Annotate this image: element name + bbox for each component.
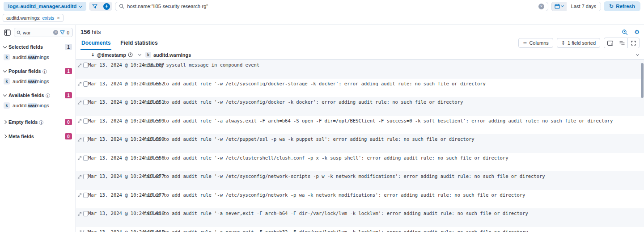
row-checkbox[interactable]: [83, 211, 88, 216]
inspect-icon[interactable]: [622, 29, 628, 35]
section-label: Available fields: [8, 93, 44, 98]
section-selected-fields[interactable]: Selected fields 1: [3, 42, 73, 52]
row-timestamp: Mar 13, 2024 @ 10:24:10.116: [88, 211, 144, 216]
field-search-input[interactable]: war × 0: [14, 28, 73, 37]
add-filter-button[interactable]: +: [101, 2, 112, 11]
field-item-auditd-warnings[interactable]: k auditd.warnings: [3, 52, 73, 66]
row-checkbox[interactable]: [83, 63, 88, 68]
row-timestamp: Mar 13, 2024 @ 10:24:10.115: [88, 229, 144, 232]
keyword-token-icon: k: [4, 78, 10, 84]
column-header-auditd-warnings[interactable]: k auditd.warnings: [144, 52, 644, 58]
refresh-button[interactable]: ↻ Refresh: [604, 1, 640, 11]
info-icon: i: [42, 69, 47, 74]
data-view-selector[interactable]: logs-auditd_manager.auditd: [4, 2, 86, 11]
vertical-scrollbar[interactable]: [641, 63, 644, 98]
row-checkbox[interactable]: [83, 156, 88, 161]
expand-document-icon[interactable]: [77, 118, 82, 123]
expand-document-icon[interactable]: [77, 193, 82, 198]
column-label: auditd.warnings: [153, 52, 191, 58]
clock-icon: [128, 52, 133, 57]
field-item-auditd-warnings[interactable]: k auditd.warnings: [3, 76, 73, 90]
field-type-filter-icon[interactable]: [60, 30, 65, 35]
columns-list-icon: ≡: [523, 40, 527, 46]
row-timestamp: Mar 13, 2024 @ 10:24:38.087: [88, 62, 144, 67]
section-count-badge: 0: [65, 133, 72, 139]
sort-descending-icon: ↓: [91, 52, 95, 58]
collapse-sidebar-button[interactable]: [3, 28, 12, 37]
expand-document-icon[interactable]: [77, 174, 82, 179]
section-count-badge: 0: [65, 119, 72, 125]
field-item-auditd-warnings[interactable]: k auditd.warnings: [3, 101, 73, 114]
table-row: Mar 13, 2024 @ 10:24:10.651 failed to ad…: [76, 97, 644, 116]
expand-document-icon[interactable]: [77, 63, 82, 68]
query-input[interactable]: host.name:"li05-security-research-rg" ×: [115, 2, 548, 11]
row-checkbox[interactable]: [83, 137, 88, 142]
field-search-value: war: [23, 30, 51, 35]
section-popular-fields[interactable]: Popular fields i 1: [3, 66, 73, 76]
section-count-badge: 1: [65, 44, 72, 50]
expand-document-icon[interactable]: [77, 137, 82, 142]
expand-document-icon[interactable]: [77, 81, 82, 86]
info-icon: i: [39, 120, 43, 125]
row-timestamp: Mar 13, 2024 @ 10:24:10.599: [88, 118, 144, 123]
row-height-button[interactable]: [616, 38, 627, 48]
sort-fields-icon: ↕: [561, 40, 565, 46]
gear-icon[interactable]: ⚙: [634, 29, 640, 35]
remove-filter-icon[interactable]: ×: [57, 15, 59, 21]
chevron-right-icon: [3, 120, 7, 124]
column-header-timestamp[interactable]: ↓ @timestamp: [88, 52, 144, 58]
section-meta-fields[interactable]: Meta fields 0: [3, 131, 73, 142]
view-tabs: Documents Field statistics: [80, 37, 518, 50]
display-options-button[interactable]: [604, 38, 616, 48]
plus-icon: +: [103, 3, 110, 10]
row-checkbox[interactable]: [83, 193, 88, 198]
tab-field-statistics[interactable]: Field statistics: [119, 37, 158, 50]
refresh-icon: ↻: [609, 3, 614, 9]
section-empty-fields[interactable]: Empty fields i 0: [3, 117, 73, 127]
row-checkbox[interactable]: [83, 118, 88, 124]
info-icon: i: [46, 93, 50, 98]
expand-document-icon[interactable]: [77, 211, 82, 216]
filter-funnel-button[interactable]: [89, 2, 101, 11]
search-icon: [119, 4, 124, 9]
fullscreen-icon: [631, 41, 636, 46]
table-row: Mar 13, 2024 @ 10:24:10.556 failed to ad…: [76, 153, 644, 172]
table-row: Mar 13, 2024 @ 10:24:10.277 failed to ad…: [76, 171, 644, 190]
time-range-control: Last 7 days: [551, 2, 601, 11]
clear-query-icon[interactable]: ×: [538, 4, 544, 9]
table-row: Mar 13, 2024 @ 10:24:10.277 failed to ad…: [76, 190, 644, 209]
density-icon: [619, 41, 625, 45]
table-row: Mar 13, 2024 @ 10:24:10.599 failed to ad…: [76, 134, 644, 153]
tab-documents[interactable]: Documents: [80, 37, 111, 50]
column-menu-icon[interactable]: [636, 52, 639, 55]
keyword-token-icon: k: [4, 102, 10, 109]
filter-bar: auditd.warnings: exists ×: [0, 13, 644, 25]
sidebar-panel-icon: [4, 30, 11, 36]
grid-display-controls: [604, 38, 640, 48]
row-checkbox[interactable]: [83, 230, 88, 232]
table-row: Mar 13, 2024 @ 10:24:38.087 missing sysc…: [76, 60, 644, 79]
date-picker-button[interactable]: [551, 2, 567, 11]
expand-document-icon[interactable]: [77, 156, 82, 160]
fullscreen-button[interactable]: [627, 38, 639, 48]
row-checkbox[interactable]: [83, 174, 88, 179]
clear-field-search-icon[interactable]: ×: [53, 30, 58, 35]
filter-value: exists: [42, 15, 54, 21]
row-message: failed to add audit rule '-w /etc/puppet…: [144, 136, 644, 142]
columns-button[interactable]: ≡ Columns: [518, 38, 553, 48]
sort-fields-button[interactable]: ↕ 1 field sorted: [557, 38, 600, 48]
expand-document-icon[interactable]: [77, 100, 82, 105]
chevron-right-icon: [3, 135, 7, 138]
data-view-name: logs-auditd_manager.auditd: [8, 4, 76, 9]
discover-main: 156 hits ⚙ Documents Field statistics ≡ …: [76, 25, 644, 232]
row-checkbox[interactable]: [83, 81, 88, 87]
column-menu-icon[interactable]: [138, 52, 141, 55]
time-range-value[interactable]: Last 7 days: [567, 2, 601, 11]
row-timestamp: Mar 13, 2024 @ 10:24:10.277: [88, 192, 144, 198]
row-checkbox[interactable]: [83, 100, 88, 105]
filter-pill-auditd-warnings-exists[interactable]: auditd.warnings: exists ×: [3, 14, 64, 22]
section-count-badge: 1: [65, 92, 72, 98]
section-available-fields[interactable]: Available fields i 1: [3, 90, 73, 101]
field-name: auditd.warnings: [13, 55, 49, 60]
expand-document-icon[interactable]: [77, 230, 82, 232]
